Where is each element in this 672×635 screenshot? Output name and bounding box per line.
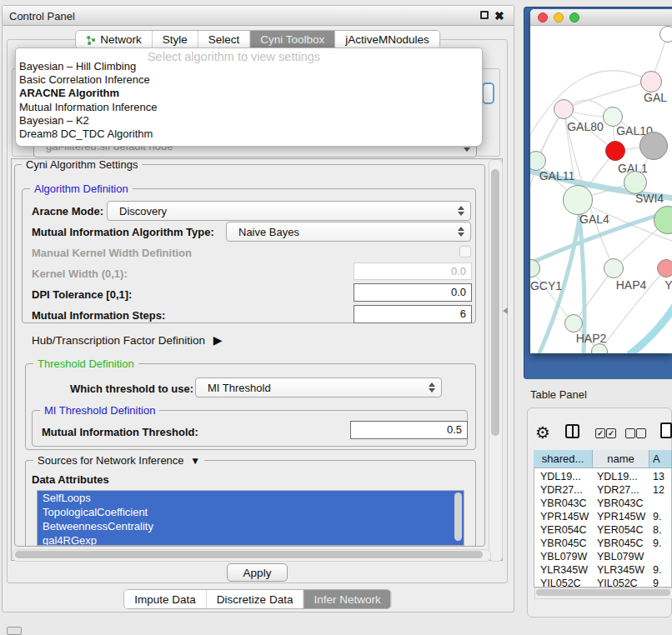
checked-box-icon[interactable]: ✓ — [595, 428, 605, 438]
checked-box-icon[interactable]: ✓ — [606, 428, 616, 438]
kernel-width-field[interactable]: 0.0 — [354, 262, 472, 280]
table-cell[interactable]: 9. — [653, 510, 661, 523]
table-cell[interactable]: YBR045C — [540, 537, 587, 550]
list-item[interactable]: gal4RGexp — [38, 533, 464, 546]
node-label: HAP4 — [616, 278, 647, 292]
network-node-unlabeled[interactable] — [659, 26, 672, 42]
splitter-collapse-handle-icon[interactable] — [503, 308, 508, 314]
stepper-icon — [429, 382, 435, 392]
list-item[interactable]: BetweennessCentrality — [38, 519, 464, 533]
list-scrollbar-thumb[interactable] — [454, 492, 462, 541]
data-attributes-list[interactable]: SelfLoops TopologicalCoefficient Between… — [37, 490, 464, 546]
tab-impute-data[interactable]: Impute Data — [124, 590, 207, 608]
table-cell[interactable]: YDR27... — [597, 483, 639, 497]
focused-combo-button-fragment[interactable] — [482, 82, 494, 104]
network-node-green[interactable] — [624, 171, 647, 194]
network-node-gal1-red[interactable] — [605, 141, 625, 161]
minimize-traffic-light-icon[interactable] — [554, 12, 564, 22]
network-node-gray[interactable] — [639, 132, 668, 160]
column-split-icon[interactable] — [565, 424, 579, 438]
data-attributes-label: Data Attributes — [32, 473, 109, 486]
list-item[interactable]: TopologicalCoefficient — [38, 505, 464, 519]
apply-button[interactable]: Apply — [227, 563, 288, 582]
tab-jactivemnodules[interactable]: jActiveMNodules — [335, 31, 439, 48]
aracne-mode-label: Aracne Mode: — [32, 205, 103, 218]
network-canvas[interactable]: GAL GAL80 GAL10 GAL1 GAL11 SWI4 GAL4 GCY… — [530, 26, 672, 353]
list-item[interactable]: SelfLoops — [38, 491, 464, 505]
column-header-name[interactable]: name — [593, 450, 649, 468]
control-panel-tabbar: Network Style Select Cyni Toolbox jActiv… — [75, 30, 440, 49]
network-node-gal4[interactable] — [563, 185, 593, 215]
network-node-hap2[interactable] — [564, 314, 583, 332]
algorithm-option[interactable]: Bayesian – Hill Climbing — [19, 60, 136, 73]
algorithm-option[interactable]: Dream8 DC_TDC Algorithm — [19, 128, 153, 141]
table-cell[interactable]: YER054C — [597, 523, 644, 537]
tab-cyni-toolbox[interactable]: Cyni Toolbox — [250, 31, 335, 48]
mi-type-value: Naive Bayes — [238, 222, 299, 241]
hub-definition-expander[interactable]: Hub/Transcription Factor Definition ▶ — [32, 333, 223, 347]
control-panel-titlebar[interactable] — [3, 6, 514, 26]
table-cell[interactable]: YDL19... — [597, 470, 638, 483]
gear-icon[interactable]: ⚙ — [535, 422, 550, 442]
collapse-arrow-icon[interactable]: ▼ — [190, 455, 200, 467]
mi-steps-field[interactable]: 6 — [354, 305, 472, 323]
network-window-titlebar[interactable] — [530, 9, 672, 26]
table-cell[interactable]: 8. — [653, 523, 661, 537]
aracne-mode-combo[interactable]: Discovery — [107, 201, 471, 221]
sources-group-title[interactable]: Sources for Network Inference ▼ — [33, 455, 204, 467]
table-cell[interactable]: YLR345W — [597, 563, 644, 577]
expander-arrow-icon[interactable]: ▶ — [213, 333, 223, 347]
table-cell[interactable]: YBR043C — [540, 497, 587, 510]
horizontal-scrollbar-thumb[interactable] — [15, 551, 483, 558]
table-cell[interactable]: YPR145W — [540, 510, 589, 523]
mi-type-combo[interactable]: Naive Bayes — [226, 222, 471, 242]
column-header-shared-name[interactable]: shared... — [534, 450, 593, 468]
zoom-traffic-light-icon[interactable] — [569, 12, 579, 22]
dpi-tolerance-label: DPI Tolerance [0,1]: — [32, 288, 132, 301]
table-panel-title: Table Panel — [530, 388, 587, 401]
table-cell[interactable]: YPR145W — [597, 510, 645, 523]
table-cell[interactable]: YBL079W — [597, 550, 644, 563]
network-node-gal80[interactable] — [554, 99, 574, 119]
which-threshold-label: Which threshold to use: — [70, 382, 193, 395]
table-cell[interactable]: YDR27... — [540, 483, 583, 497]
table-cell[interactable]: 9. — [653, 563, 661, 577]
close-traffic-light-icon[interactable] — [538, 12, 548, 22]
unchecked-box-icon[interactable] — [636, 428, 646, 438]
dpi-tolerance-field[interactable]: 0.0 — [354, 283, 472, 302]
table-horizontal-scrollbar-thumb[interactable] — [536, 589, 670, 596]
table-cell[interactable]: 9. — [653, 537, 661, 550]
which-threshold-combo[interactable]: MI Threshold — [195, 378, 442, 398]
table-cell[interactable]: YER054C — [540, 523, 587, 537]
corner-button-fragment[interactable] — [7, 627, 22, 635]
table-cell[interactable]: YDL19... — [540, 470, 581, 483]
network-node-hap4[interactable] — [604, 258, 624, 278]
document-icon[interactable] — [660, 422, 672, 438]
network-node-gal-partial[interactable] — [640, 71, 662, 92]
manual-kernel-checkbox[interactable] — [459, 246, 471, 258]
table-cell[interactable]: 12 — [653, 483, 664, 497]
vertical-scrollbar-thumb[interactable] — [491, 169, 499, 436]
algorithm-option-selected[interactable]: ARACNE Algorithm — [19, 87, 119, 100]
algorithm-option[interactable]: Mutual Information Inference — [19, 101, 157, 114]
tab-network[interactable]: Network — [76, 31, 153, 48]
table-cell[interactable]: YBL079W — [540, 550, 587, 563]
mi-threshold-field[interactable]: 0.5 — [350, 421, 468, 439]
table-cell[interactable]: YBR043C — [597, 497, 644, 510]
kernel-width-label: Kernel Width (0,1): — [32, 268, 128, 280]
algorithm-option[interactable]: Bayesian – K2 — [19, 114, 89, 128]
algorithm-definition-title: Algorithm Definition — [30, 183, 133, 195]
tab-infer-network[interactable]: Infer Network — [303, 590, 390, 608]
tab-select[interactable]: Select — [198, 31, 251, 48]
tab-discretize-data[interactable]: Discretize Data — [207, 590, 304, 608]
column-header-partial[interactable]: A — [649, 450, 672, 468]
table-cell[interactable]: YBR045C — [597, 537, 644, 550]
tab-style[interactable]: Style — [153, 31, 198, 48]
table-cell[interactable]: 13 — [653, 470, 664, 483]
float-window-icon[interactable] — [480, 11, 489, 19]
unchecked-box-icon[interactable] — [625, 428, 635, 438]
table-cell[interactable]: YLR345W — [540, 563, 588, 577]
algorithm-option[interactable]: Basic Correlation Inference — [19, 73, 150, 87]
network-node-salmon[interactable] — [657, 259, 672, 278]
close-icon[interactable]: ✖ — [494, 9, 504, 22]
